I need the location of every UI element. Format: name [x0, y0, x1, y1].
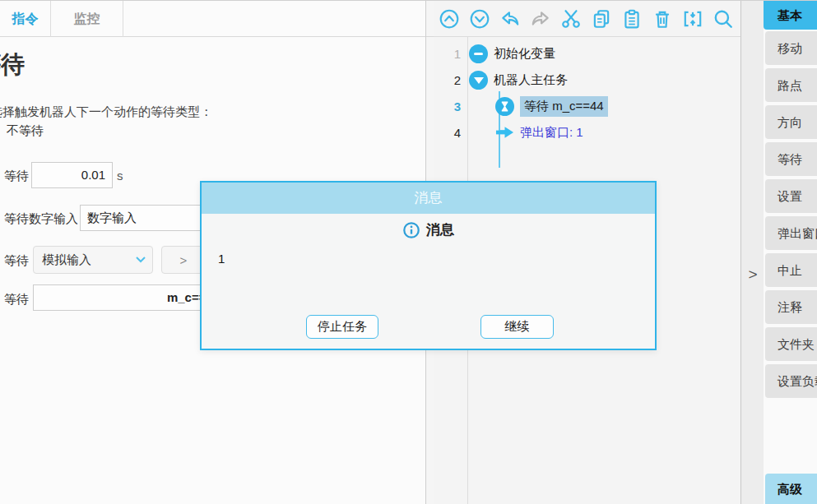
redo-icon[interactable]: [530, 8, 551, 30]
move-down-icon[interactable]: [469, 8, 490, 30]
option-wait-expr-label[interactable]: 等待: [4, 292, 29, 307]
search-icon[interactable]: [713, 8, 734, 30]
analog-operator-value: >: [180, 253, 188, 267]
dialog-message: 1: [218, 252, 225, 266]
sidebar-tab-advanced[interactable]: 高级: [765, 474, 817, 504]
minus-circle-icon: [469, 44, 488, 63]
arrow-right-icon: [495, 126, 514, 139]
continue-button[interactable]: 继续: [480, 315, 554, 339]
tree-row-label: 弹出窗口: 1: [520, 125, 583, 141]
dialog-heading-row: 消息: [202, 220, 655, 239]
page-title: 等待: [0, 49, 25, 81]
wait-time-unit: s: [117, 169, 123, 183]
line-number: 1: [434, 47, 469, 61]
copy-icon[interactable]: [591, 8, 612, 30]
option-wait-digital-label[interactable]: 等待数字输入: [4, 211, 78, 227]
delete-icon[interactable]: [652, 8, 673, 30]
line-number: 4: [434, 126, 469, 140]
wait-time-input[interactable]: 0.01: [31, 162, 113, 188]
move-up-icon[interactable]: [439, 8, 460, 30]
chevron-down-icon: [136, 257, 146, 263]
analog-input-select-value: 模拟输入: [42, 252, 91, 268]
left-tabbar: 指令 监控: [0, 1, 425, 37]
dialog-heading: 消息: [426, 220, 454, 239]
dialog-titlebar: 消息: [202, 183, 655, 214]
sidebar-item-comment[interactable]: 注释: [765, 290, 817, 324]
sidebar-item-set[interactable]: 设置: [765, 179, 817, 213]
tree-row-label-selected: 等待 m_c==44: [520, 96, 608, 117]
sidebar-tab-basic[interactable]: 基本: [764, 1, 817, 30]
collapse-icon[interactable]: [682, 8, 703, 30]
tree-toolbar: [434, 1, 740, 37]
tab-command[interactable]: 指令: [0, 1, 51, 37]
analog-operator-select[interactable]: >: [161, 246, 206, 274]
sidebar-item-waypoint[interactable]: 路点: [765, 68, 817, 102]
option-wait-analog-label[interactable]: 等待: [4, 253, 29, 269]
undo-icon[interactable]: [499, 8, 521, 30]
info-icon: [402, 221, 420, 239]
option-wait-time-label[interactable]: 等待: [4, 169, 29, 184]
cut-icon[interactable]: [560, 8, 582, 30]
sidebar-item-direction[interactable]: 方向: [765, 105, 817, 139]
sidebar-item-folder[interactable]: 文件夹: [765, 327, 817, 361]
hourglass-circle-icon: [495, 97, 514, 116]
triangle-down-circle-icon: [469, 71, 488, 90]
tree-row-popup[interactable]: 4 弹出窗口: 1: [434, 119, 740, 146]
wait-type-description: 选择触发机器人下一个动作的等待类型：: [0, 104, 212, 120]
app-window: 指令 监控 等待 选择触发机器人下一个动作的等待类型： 不等待 等待 0.01 …: [0, 0, 817, 504]
paste-icon[interactable]: [621, 8, 643, 30]
sidebar-item-wait[interactable]: 等待: [765, 142, 817, 176]
sidebar-item-halt[interactable]: 中止: [765, 253, 817, 287]
sidebar-item-popup[interactable]: 弹出窗口: [765, 216, 817, 250]
tree-row-main-task[interactable]: 2 机器人主任务: [434, 67, 740, 93]
option-no-wait[interactable]: 不等待: [7, 123, 44, 139]
analog-input-select[interactable]: 模拟输入: [33, 246, 153, 274]
sidebar-expand-button[interactable]: >: [745, 262, 761, 287]
sidebar-collapse-strip: >: [741, 1, 764, 504]
command-sidebar: 基本 移动 路点 方向 等待 设置 弹出窗口 中止 注释 文件夹 设置负载 高级: [764, 1, 817, 504]
tree-row-label: 初始化变量: [494, 46, 555, 62]
stop-task-button[interactable]: 停止任务: [306, 315, 378, 339]
message-dialog: 消息 消息 1 停止任务 继续: [200, 181, 657, 350]
gutter-header-segment: [426, 1, 434, 37]
line-number: 2: [434, 73, 469, 87]
line-number: 3: [434, 99, 469, 113]
sidebar-item-payload[interactable]: 设置负载: [765, 364, 817, 398]
sidebar-item-move[interactable]: 移动: [765, 31, 817, 65]
tree-row-init-vars[interactable]: 1 初始化变量: [434, 40, 740, 67]
tree-row-label: 机器人主任务: [494, 72, 568, 88]
tab-monitor[interactable]: 监控: [51, 1, 123, 37]
tree-row-wait[interactable]: 3 等待 m_c==44: [434, 93, 740, 119]
